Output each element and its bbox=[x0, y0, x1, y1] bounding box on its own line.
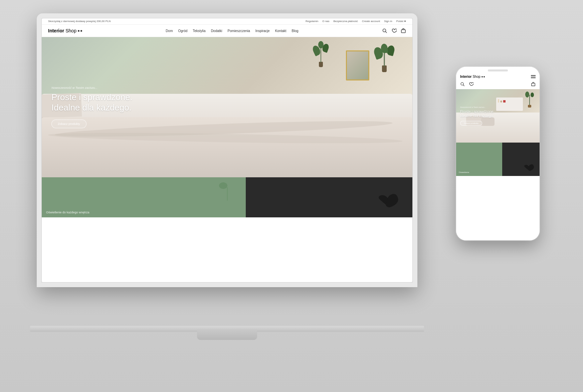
hamburger-line-2 bbox=[531, 76, 536, 77]
hamburger-line-1 bbox=[531, 75, 536, 76]
phone-logo-dot-1 bbox=[481, 76, 483, 77]
phone-logo-suffix: Shop bbox=[472, 75, 480, 78]
phone-wishlist-icon[interactable] bbox=[469, 82, 473, 88]
chevron-down-icon bbox=[404, 21, 406, 22]
link-regulamin[interactable]: Regulamin bbox=[306, 20, 318, 23]
phone-logo-dot-2 bbox=[483, 76, 485, 77]
hero-title-line2: Idealne dla każdego. bbox=[51, 103, 132, 113]
green-panel: Oświetlenie do każdego wnętrza bbox=[41, 177, 246, 217]
dark-panel bbox=[246, 177, 413, 217]
nav-menu: Dom Ogród Tekstylia Dodatki Pomieszczeni… bbox=[166, 29, 298, 33]
nav-item-pomieszczenia[interactable]: Pomieszczenia bbox=[228, 29, 250, 33]
nav-item-inspiracje[interactable]: Inspiracje bbox=[255, 29, 270, 33]
phone-bottom-panels: Oświetlenie bbox=[456, 143, 540, 176]
laptop-mockup: Skorzystaj z darmowej dostawy powyżej 20… bbox=[37, 13, 427, 364]
hamburger-line-3 bbox=[531, 77, 536, 78]
logo-dot-1 bbox=[78, 30, 79, 32]
hero-background: Nowoczesność w Twoim zaciszu... Proste i… bbox=[41, 37, 413, 177]
svg-rect-5 bbox=[532, 83, 535, 86]
green-panel-text: Oświetlenie do każdego wnętrza bbox=[46, 211, 89, 214]
phone-navbar: Interior Shop bbox=[456, 73, 540, 80]
phone-notch bbox=[488, 69, 508, 71]
top-bar: Skorzystaj z darmowej dostawy powyżej 20… bbox=[41, 18, 413, 25]
phone-green-text: Oświetlenie bbox=[459, 171, 469, 173]
laptop-stand bbox=[197, 330, 257, 340]
phone-hero-subtitle: Nowoczesność w Twoim zaciszu... bbox=[460, 106, 536, 108]
logo-dot-2 bbox=[80, 30, 82, 32]
logo-suffix: Shop bbox=[65, 28, 76, 33]
promo-text: Skorzystaj z darmowej dostawy powyżej 20… bbox=[48, 20, 111, 23]
hamburger-menu[interactable] bbox=[531, 75, 536, 78]
navbar: Interior Shop Dom Ogród Tekstylia Doda bbox=[41, 25, 413, 37]
search-icon[interactable] bbox=[382, 28, 387, 33]
bird-silhouette bbox=[373, 187, 406, 214]
phone-mockup: Interior Shop bbox=[456, 67, 540, 240]
nav-item-dom[interactable]: Dom bbox=[166, 29, 173, 33]
nav-item-dodatki[interactable]: Dodatki bbox=[211, 29, 222, 33]
svg-rect-2 bbox=[401, 30, 405, 33]
link-bezpieczna[interactable]: Bezpieczna płatność bbox=[334, 20, 358, 23]
laptop-body: Skorzystaj z darmowej dostawy powyżej 20… bbox=[37, 13, 417, 287]
gp-leaf bbox=[219, 182, 227, 189]
website: Skorzystaj z darmowej dostawy powyżej 20… bbox=[41, 18, 413, 282]
phone-search-icon[interactable] bbox=[460, 82, 465, 88]
phone-hero-content: Nowoczesność w Twoim zaciszu... Proste i… bbox=[456, 89, 540, 143]
logo-brand: Interior bbox=[48, 28, 64, 33]
phone-hero-cta[interactable]: Zobacz produkty bbox=[460, 121, 482, 126]
phone-icon-row bbox=[456, 80, 540, 89]
phone-dark-panel bbox=[502, 143, 540, 176]
phone-screen: Interior Shop bbox=[456, 67, 540, 240]
phone-hero: Nowoczesność w Twoim zaciszu... Proste i… bbox=[456, 89, 540, 240]
logo-dots bbox=[78, 30, 82, 32]
nav-item-ogrod[interactable]: Ogród bbox=[178, 29, 187, 33]
top-bar-right: Regulamin O nas Bezpieczna płatność Crea… bbox=[306, 20, 406, 23]
link-create-account[interactable]: Create account bbox=[362, 20, 380, 23]
hero-section: Nowoczesność w Twoim zaciszu... Proste i… bbox=[41, 37, 413, 282]
bottom-section: Oświetlenie do każdego wnętrza bbox=[41, 177, 413, 217]
nav-item-blog[interactable]: Blog bbox=[292, 29, 299, 33]
phone-bird-silhouette bbox=[521, 161, 538, 174]
svg-line-1 bbox=[385, 32, 387, 33]
hero-title-line1: Proste i sprawdzone. bbox=[51, 92, 133, 102]
language-selector[interactable]: Polski bbox=[396, 20, 406, 23]
phone-hero-line2: Idealne dla każdego. bbox=[460, 114, 494, 118]
phone-logo[interactable]: Interior Shop bbox=[460, 75, 485, 78]
link-sign-in[interactable]: Sign in bbox=[384, 20, 392, 23]
wishlist-icon[interactable] bbox=[391, 28, 397, 33]
nav-item-kontakt[interactable]: Kontakt bbox=[275, 29, 286, 33]
phone-hero-title: Proste i sprawdzone. Idealne dla każdego… bbox=[460, 110, 536, 118]
phone-logo-dots bbox=[481, 76, 485, 77]
phone-green-panel: Oświetlenie bbox=[456, 143, 502, 176]
phone-hero-bg: Nowoczesność w Twoim zaciszu... Proste i… bbox=[456, 89, 540, 143]
svg-line-4 bbox=[463, 85, 464, 86]
hero-cta-button[interactable]: Zobacz produkty bbox=[51, 120, 86, 128]
laptop-screen: Skorzystaj z darmowej dostawy powyżej 20… bbox=[41, 18, 413, 282]
hero-content: Nowoczesność w Twoim zaciszu... Proste i… bbox=[41, 37, 413, 177]
phone-cart-icon[interactable] bbox=[531, 82, 536, 88]
hero-subtitle: Nowoczesność w Twoim zaciszu... bbox=[51, 86, 403, 89]
gp-stem bbox=[227, 187, 228, 201]
nav-item-tekstylia[interactable]: Tekstylia bbox=[193, 29, 205, 33]
logo[interactable]: Interior Shop bbox=[48, 28, 82, 33]
scene: Skorzystaj z darmowej dostawy powyżej 20… bbox=[0, 0, 583, 392]
nav-icons bbox=[382, 28, 406, 33]
phone-logo-brand: Interior bbox=[460, 75, 471, 78]
language-label: Polski bbox=[396, 20, 403, 23]
phone-hero-line1: Proste i sprawdzone. bbox=[460, 110, 495, 114]
link-onas[interactable]: O nas bbox=[322, 20, 329, 23]
cart-icon[interactable] bbox=[401, 28, 406, 33]
hero-title: Proste i sprawdzone. Idealne dla każdego… bbox=[51, 92, 403, 113]
green-panel-plant bbox=[219, 181, 236, 201]
